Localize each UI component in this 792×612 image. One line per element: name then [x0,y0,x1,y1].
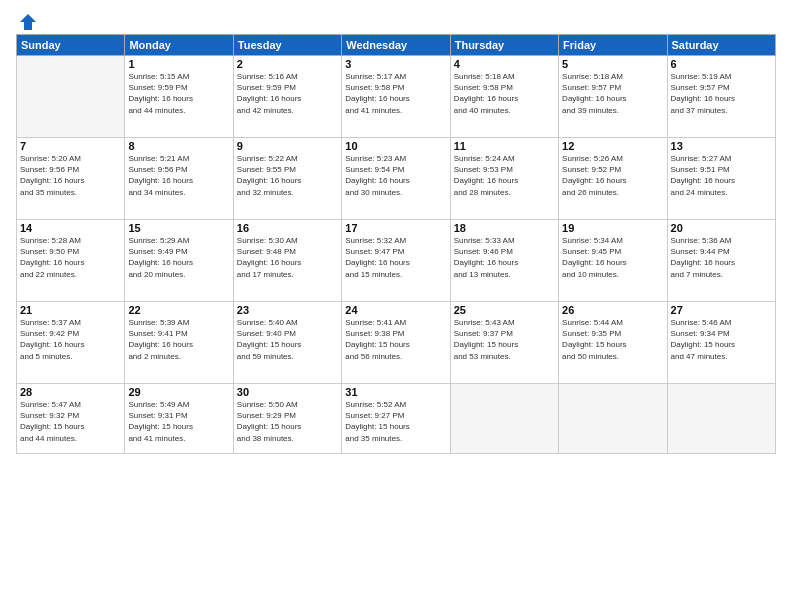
calendar: SundayMondayTuesdayWednesdayThursdayFrid… [16,34,776,454]
day-info: Sunrise: 5:30 AMSunset: 9:48 PMDaylight:… [237,235,338,280]
day-number: 27 [671,304,772,316]
day-info: Sunrise: 5:49 AMSunset: 9:31 PMDaylight:… [128,399,229,444]
col-header-thursday: Thursday [450,35,558,56]
day-info: Sunrise: 5:22 AMSunset: 9:55 PMDaylight:… [237,153,338,198]
day-info: Sunrise: 5:24 AMSunset: 9:53 PMDaylight:… [454,153,555,198]
week-row-2: 7Sunrise: 5:20 AMSunset: 9:56 PMDaylight… [17,138,776,220]
header-row: SundayMondayTuesdayWednesdayThursdayFrid… [17,35,776,56]
day-cell: 18Sunrise: 5:33 AMSunset: 9:46 PMDayligh… [450,220,558,302]
day-info: Sunrise: 5:18 AMSunset: 9:57 PMDaylight:… [562,71,663,116]
day-number: 15 [128,222,229,234]
day-cell: 12Sunrise: 5:26 AMSunset: 9:52 PMDayligh… [559,138,667,220]
week-row-1: 1Sunrise: 5:15 AMSunset: 9:59 PMDaylight… [17,56,776,138]
day-number: 30 [237,386,338,398]
day-number: 8 [128,140,229,152]
week-row-3: 14Sunrise: 5:28 AMSunset: 9:50 PMDayligh… [17,220,776,302]
day-number: 18 [454,222,555,234]
day-cell: 14Sunrise: 5:28 AMSunset: 9:50 PMDayligh… [17,220,125,302]
day-number: 2 [237,58,338,70]
col-header-monday: Monday [125,35,233,56]
day-number: 7 [20,140,121,152]
day-info: Sunrise: 5:34 AMSunset: 9:45 PMDaylight:… [562,235,663,280]
day-number: 22 [128,304,229,316]
day-info: Sunrise: 5:44 AMSunset: 9:35 PMDaylight:… [562,317,663,362]
svg-marker-0 [20,14,36,30]
day-info: Sunrise: 5:46 AMSunset: 9:34 PMDaylight:… [671,317,772,362]
day-info: Sunrise: 5:20 AMSunset: 9:56 PMDaylight:… [20,153,121,198]
day-cell: 24Sunrise: 5:41 AMSunset: 9:38 PMDayligh… [342,302,450,384]
day-cell [450,384,558,454]
day-info: Sunrise: 5:52 AMSunset: 9:27 PMDaylight:… [345,399,446,444]
day-info: Sunrise: 5:15 AMSunset: 9:59 PMDaylight:… [128,71,229,116]
day-info: Sunrise: 5:36 AMSunset: 9:44 PMDaylight:… [671,235,772,280]
day-number: 10 [345,140,446,152]
day-cell: 1Sunrise: 5:15 AMSunset: 9:59 PMDaylight… [125,56,233,138]
day-cell: 2Sunrise: 5:16 AMSunset: 9:59 PMDaylight… [233,56,341,138]
day-number: 16 [237,222,338,234]
day-cell: 3Sunrise: 5:17 AMSunset: 9:58 PMDaylight… [342,56,450,138]
day-number: 6 [671,58,772,70]
day-cell: 4Sunrise: 5:18 AMSunset: 9:58 PMDaylight… [450,56,558,138]
day-info: Sunrise: 5:19 AMSunset: 9:57 PMDaylight:… [671,71,772,116]
logo [16,12,38,28]
day-number: 1 [128,58,229,70]
day-cell: 7Sunrise: 5:20 AMSunset: 9:56 PMDaylight… [17,138,125,220]
day-number: 20 [671,222,772,234]
day-info: Sunrise: 5:28 AMSunset: 9:50 PMDaylight:… [20,235,121,280]
day-number: 29 [128,386,229,398]
day-number: 12 [562,140,663,152]
day-cell [559,384,667,454]
day-cell: 19Sunrise: 5:34 AMSunset: 9:45 PMDayligh… [559,220,667,302]
day-info: Sunrise: 5:47 AMSunset: 9:32 PMDaylight:… [20,399,121,444]
day-number: 28 [20,386,121,398]
day-number: 4 [454,58,555,70]
day-cell: 22Sunrise: 5:39 AMSunset: 9:41 PMDayligh… [125,302,233,384]
day-number: 5 [562,58,663,70]
day-info: Sunrise: 5:18 AMSunset: 9:58 PMDaylight:… [454,71,555,116]
day-info: Sunrise: 5:50 AMSunset: 9:29 PMDaylight:… [237,399,338,444]
day-info: Sunrise: 5:37 AMSunset: 9:42 PMDaylight:… [20,317,121,362]
day-cell: 29Sunrise: 5:49 AMSunset: 9:31 PMDayligh… [125,384,233,454]
day-cell: 9Sunrise: 5:22 AMSunset: 9:55 PMDaylight… [233,138,341,220]
day-cell [17,56,125,138]
day-cell: 28Sunrise: 5:47 AMSunset: 9:32 PMDayligh… [17,384,125,454]
day-cell: 30Sunrise: 5:50 AMSunset: 9:29 PMDayligh… [233,384,341,454]
day-cell: 26Sunrise: 5:44 AMSunset: 9:35 PMDayligh… [559,302,667,384]
col-header-saturday: Saturday [667,35,775,56]
day-cell [667,384,775,454]
day-cell: 27Sunrise: 5:46 AMSunset: 9:34 PMDayligh… [667,302,775,384]
day-number: 17 [345,222,446,234]
day-number: 9 [237,140,338,152]
day-number: 14 [20,222,121,234]
day-number: 24 [345,304,446,316]
day-info: Sunrise: 5:43 AMSunset: 9:37 PMDaylight:… [454,317,555,362]
day-number: 13 [671,140,772,152]
day-info: Sunrise: 5:26 AMSunset: 9:52 PMDaylight:… [562,153,663,198]
col-header-wednesday: Wednesday [342,35,450,56]
day-number: 25 [454,304,555,316]
logo-icon [18,12,38,32]
day-info: Sunrise: 5:32 AMSunset: 9:47 PMDaylight:… [345,235,446,280]
header [16,12,776,28]
day-cell: 23Sunrise: 5:40 AMSunset: 9:40 PMDayligh… [233,302,341,384]
day-info: Sunrise: 5:27 AMSunset: 9:51 PMDaylight:… [671,153,772,198]
col-header-sunday: Sunday [17,35,125,56]
day-cell: 5Sunrise: 5:18 AMSunset: 9:57 PMDaylight… [559,56,667,138]
day-cell: 17Sunrise: 5:32 AMSunset: 9:47 PMDayligh… [342,220,450,302]
day-cell: 16Sunrise: 5:30 AMSunset: 9:48 PMDayligh… [233,220,341,302]
day-cell: 15Sunrise: 5:29 AMSunset: 9:49 PMDayligh… [125,220,233,302]
day-cell: 31Sunrise: 5:52 AMSunset: 9:27 PMDayligh… [342,384,450,454]
day-info: Sunrise: 5:33 AMSunset: 9:46 PMDaylight:… [454,235,555,280]
day-info: Sunrise: 5:17 AMSunset: 9:58 PMDaylight:… [345,71,446,116]
day-number: 26 [562,304,663,316]
col-header-friday: Friday [559,35,667,56]
day-info: Sunrise: 5:40 AMSunset: 9:40 PMDaylight:… [237,317,338,362]
day-info: Sunrise: 5:39 AMSunset: 9:41 PMDaylight:… [128,317,229,362]
page: SundayMondayTuesdayWednesdayThursdayFrid… [0,0,792,612]
week-row-5: 28Sunrise: 5:47 AMSunset: 9:32 PMDayligh… [17,384,776,454]
day-info: Sunrise: 5:41 AMSunset: 9:38 PMDaylight:… [345,317,446,362]
day-cell: 21Sunrise: 5:37 AMSunset: 9:42 PMDayligh… [17,302,125,384]
day-cell: 11Sunrise: 5:24 AMSunset: 9:53 PMDayligh… [450,138,558,220]
day-cell: 6Sunrise: 5:19 AMSunset: 9:57 PMDaylight… [667,56,775,138]
day-info: Sunrise: 5:21 AMSunset: 9:56 PMDaylight:… [128,153,229,198]
